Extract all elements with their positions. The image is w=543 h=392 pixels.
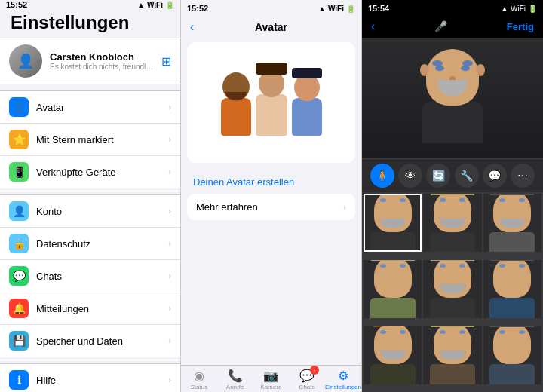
avatar-thumb-9[interactable] <box>483 326 541 384</box>
chats-label: Chats <box>36 271 161 282</box>
avatar-thumb-6[interactable] <box>483 260 541 318</box>
profile-name: Carsten Knobloch <box>50 51 154 63</box>
settings-item-devices[interactable]: 📱 Verknüpfte Geräte › <box>0 156 180 188</box>
settings-item-starred[interactable]: ⭐ Mit Stern markiert › <box>0 124 180 156</box>
wifi-icon: WiFi <box>147 1 163 9</box>
tab-chats-2[interactable]: 💬 1 Chats <box>289 369 325 390</box>
settings-item-mitteilungen[interactable]: 🔔 Mitteilungen › <box>0 292 180 325</box>
qr-icon[interactable]: ⊞ <box>161 54 171 69</box>
mini-head-1 <box>374 194 412 232</box>
chevron-icon: › <box>168 167 171 177</box>
create-avatar-link[interactable]: Deinen Avatar erstellen <box>181 169 361 194</box>
chevron-icon: › <box>168 238 171 249</box>
wifi-icon-3: WiFi <box>511 5 526 13</box>
mehr-chevron: › <box>343 202 346 213</box>
settings-section-2: 👤 Konto › 🔒 Datenschutz › 💬 Chats › 🔔 Mi… <box>0 194 180 357</box>
avatar-title: Avatar <box>255 21 287 33</box>
tool-rotate-btn[interactable]: 🔄 <box>426 164 450 188</box>
avatar-3d-head <box>426 49 479 106</box>
settings-item-hilfe[interactable]: ℹ Hilfe › <box>0 364 180 392</box>
battery-icon: 🔋 <box>165 1 174 9</box>
status-icons-1: ▲ WiFi 🔋 <box>137 1 174 9</box>
chevron-icon: › <box>168 134 171 145</box>
status-icons-2: ▲ WiFi 🔋 <box>318 5 355 13</box>
tab-kamera-2[interactable]: 📷 Kamera <box>253 369 289 390</box>
avatar-header: ‹ Avatar <box>181 17 361 36</box>
mic-icon[interactable]: 🎤 <box>434 20 447 32</box>
avatar-thumb-3[interactable] <box>483 194 541 252</box>
avatar-thumb-4[interactable] <box>364 260 422 318</box>
mini-avatar-wrap-7 <box>370 326 416 384</box>
anrufe-tab-icon-2: 📞 <box>228 369 243 383</box>
mini-avatar-wrap-2 <box>430 194 475 252</box>
settings-item-avatar[interactable]: 👤 Avatar › <box>0 91 180 124</box>
profile-info: Carsten Knobloch Es kostet dich nichts, … <box>50 51 154 71</box>
mini-head-6 <box>493 260 531 299</box>
devices-icon: 📱 <box>9 162 29 182</box>
chevron-icon: › <box>168 102 171 112</box>
mehr-section[interactable]: Mehr erfahren › <box>187 194 355 220</box>
mehr-label: Mehr erfahren <box>196 201 343 213</box>
cartoon-head-1 <box>222 72 250 101</box>
settings-item-konto[interactable]: 👤 Konto › <box>0 195 180 228</box>
tool-settings-btn[interactable]: 🔧 <box>455 164 479 188</box>
tool-more-btn[interactable]: ⋯ <box>511 164 535 188</box>
cartoon-body-1 <box>221 98 251 136</box>
hilfe-label: Hilfe <box>36 375 161 386</box>
avatar-thumb-5[interactable] <box>423 260 481 318</box>
avatar-3d-body <box>422 102 483 143</box>
einstellungen-tab-label-2: Einstellungen <box>325 384 361 390</box>
status-tab-label-2: Status <box>191 384 208 390</box>
star-icon: ⭐ <box>9 130 29 149</box>
avatars-group <box>187 64 355 142</box>
profile-row[interactable]: 👤 Carsten Knobloch Es kostet dich nichts… <box>0 38 180 84</box>
avatar-image-container <box>187 42 355 163</box>
avatar: 👤 <box>9 44 42 78</box>
settings-item-chats[interactable]: 💬 Chats › <box>0 260 180 292</box>
kamera-tab-label-2: Kamera <box>260 384 281 390</box>
avatar-thumb-1[interactable] <box>364 194 422 252</box>
mini-avatar-wrap-1 <box>370 194 416 252</box>
wifi-icon: WiFi <box>328 5 344 13</box>
mini-head-9 <box>493 326 531 364</box>
time-1: 15:52 <box>6 0 27 9</box>
settings-item-speicher[interactable]: 💾 Speicher und Daten › <box>0 325 180 357</box>
mini-avatar-wrap-8 <box>430 326 475 384</box>
eye-right <box>461 66 470 71</box>
mini-head-3 <box>493 194 531 232</box>
status-bar-1: 15:52 ▲ WiFi 🔋 <box>0 0 180 9</box>
tab-status-2[interactable]: ◉ Status <box>181 369 217 390</box>
mini-body-5 <box>430 298 475 318</box>
editor-tools: 🧍 👁 🔄 🔧 💬 ⋯ <box>362 158 543 192</box>
konto-icon: 👤 <box>9 201 29 221</box>
avatar-thumb-7[interactable] <box>364 326 422 384</box>
editor-panel: 15:54 ▲ WiFi 🔋 ‹ 🎤 Fertig <box>362 0 543 392</box>
tool-eye-btn[interactable]: 👁 <box>398 164 422 188</box>
settings-section-1: 👤 Avatar › ⭐ Mit Stern markiert › 📱 Verk… <box>0 90 180 188</box>
tool-body-btn[interactable]: 🧍 <box>370 164 394 188</box>
mini-avatar-wrap-6 <box>489 260 535 318</box>
tab-bar-2: ◉ Status 📞 Anrufe 📷 Kamera 💬 1 Chats ⚙ E… <box>181 365 361 392</box>
back-button[interactable]: ‹ <box>190 20 194 34</box>
cartoon-head-3 <box>294 74 320 101</box>
tab-anrufe-2[interactable]: 📞 Anrufe <box>217 369 253 390</box>
ear-left <box>420 64 429 76</box>
chevron-icon: › <box>168 206 171 216</box>
time-2: 15:52 <box>187 4 208 13</box>
chats-tab-label-2: Chats <box>299 384 315 390</box>
datenschutz-label: Datenschutz <box>36 238 161 250</box>
avatar-thumb-8[interactable] <box>423 326 481 384</box>
avatar-thumb-2[interactable] <box>423 194 481 252</box>
settings-item-datenschutz[interactable]: 🔒 Datenschutz › <box>0 228 180 260</box>
mini-avatar-wrap-4 <box>370 260 416 318</box>
mini-head-2 <box>434 194 471 232</box>
editor-time: 15:54 <box>368 4 389 13</box>
avatar-panel: 15:52 ▲ WiFi 🔋 ‹ Avatar <box>181 0 362 392</box>
editor-done-button[interactable]: Fertig <box>507 21 534 32</box>
tool-chat-btn[interactable]: 💬 <box>483 164 507 188</box>
avatar-label: Avatar <box>36 102 161 113</box>
editor-back-button[interactable]: ‹ <box>371 20 375 33</box>
speicher-label: Speicher und Daten <box>36 335 161 347</box>
tab-einstellungen-2[interactable]: ⚙ Einstellungen <box>325 369 361 390</box>
mini-head-5 <box>434 260 471 299</box>
